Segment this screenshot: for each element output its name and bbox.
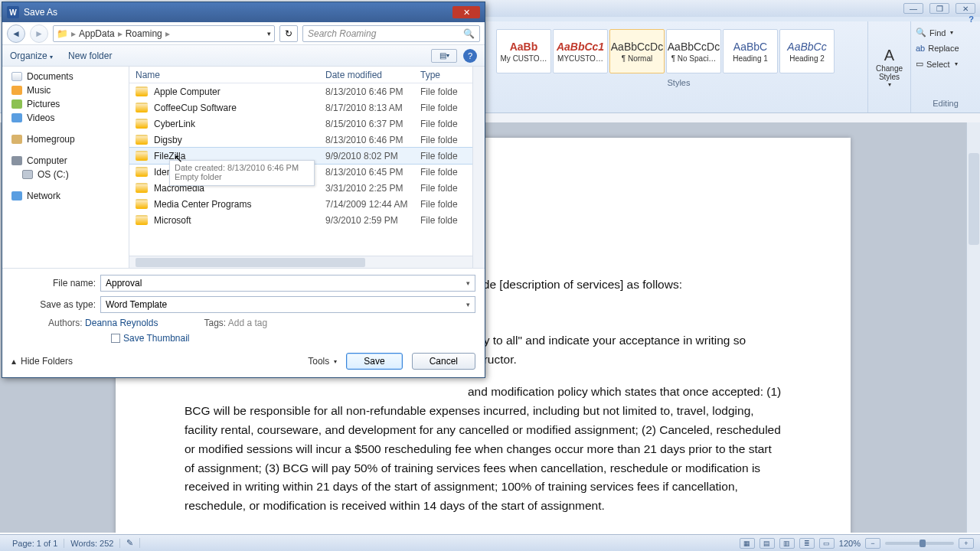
web-view[interactable]: ▥ (779, 538, 795, 549)
tags-value[interactable]: Add a tag (228, 318, 267, 328)
folder-icon (136, 119, 148, 129)
select-button[interactable]: ▭Select▾ (914, 57, 977, 70)
zoom-slider[interactable] (885, 542, 954, 545)
zoom-out[interactable]: − (865, 538, 880, 549)
restore-button[interactable]: ❐ (929, 3, 949, 14)
back-button[interactable]: ◄ (7, 24, 25, 43)
videos-icon (11, 113, 22, 122)
file-row[interactable]: Digsby8/13/2010 6:46 PMFile folde (129, 132, 472, 148)
dialog-bottom: File name: Approval▾ Save as type: Word … (2, 268, 485, 377)
drive-icon (22, 170, 33, 179)
forward-button[interactable]: ► (30, 24, 48, 43)
vertical-scrollbar[interactable] (966, 122, 980, 533)
chevron-up-icon: ▴ (11, 356, 16, 367)
proofing-icon[interactable]: ✎ (120, 538, 140, 548)
network-icon (11, 191, 22, 201)
word-count[interactable]: Words: 252 (64, 539, 120, 548)
filename-field[interactable]: Approval▾ (100, 275, 475, 292)
file-row[interactable]: CoffeeCup Software8/17/2010 8:13 AMFile … (129, 99, 472, 116)
folder-icon (136, 199, 148, 209)
replace-button[interactable]: abReplace (914, 42, 977, 54)
folder-icon (136, 167, 148, 177)
cancel-button[interactable]: Cancel (412, 353, 475, 370)
tree-documents[interactable]: Documents (11, 70, 129, 83)
save-button[interactable]: Save (346, 353, 402, 370)
organize-menu[interactable]: Organize ▾ (10, 51, 53, 61)
view-mode-button[interactable]: ▤ ▾ (431, 49, 457, 63)
file-row[interactable]: Media Center Programs7/14/2009 12:44 AMF… (129, 196, 472, 212)
page-indicator[interactable]: Page: 1 of 1 (6, 539, 64, 548)
style--normal[interactable]: AaBbCcDc¶ Normal (609, 29, 665, 73)
save-thumbnail-checkbox[interactable] (111, 334, 120, 343)
search-icon: 🔍 (916, 28, 926, 37)
status-bar: Page: 1 of 1 Words: 252 ✎ ▦ ▤ ▥ ≣ ▭ 120%… (0, 534, 980, 551)
saveastype-field[interactable]: Word Template▾ (100, 296, 475, 313)
tree-videos[interactable]: Videos (11, 111, 129, 125)
doc-paragraph: and modification policy which states tha… (185, 383, 782, 516)
find-button[interactable]: 🔍Find▾ (914, 26, 977, 39)
search-icon: 🔍 (463, 28, 475, 39)
tree-homegroup[interactable]: Homegroup (11, 132, 129, 146)
select-icon: ▭ (916, 59, 923, 69)
authors-label: Authors: (48, 318, 83, 328)
refresh-button[interactable]: ↻ (279, 25, 298, 42)
file-vertical-scrollbar[interactable] (472, 67, 485, 268)
close-button[interactable]: ✕ (956, 3, 975, 14)
file-row[interactable]: CyberLink8/15/2010 6:37 PMFile folde (129, 116, 472, 132)
folder-tooltip: Date created: 8/13/2010 6:46 PM Empty fo… (169, 160, 315, 186)
editing-group: 🔍Find▾ abReplace ▭Select▾ Editing (911, 21, 980, 112)
tree-network[interactable]: Network (11, 189, 129, 203)
tree-music[interactable]: Music (11, 83, 129, 97)
tree-pictures[interactable]: Pictures (11, 97, 129, 111)
save-thumbnail-label[interactable]: Save Thumbnail (123, 333, 190, 344)
folder-icon (136, 183, 148, 193)
dialog-toolbar: Organize ▾ New folder ▤ ▾ ? (2, 45, 485, 67)
close-icon[interactable]: ✕ (452, 6, 480, 18)
style-mycusto-[interactable]: AaBbCc1MYCUSTO… (553, 29, 608, 73)
dialog-title: Save As (24, 7, 57, 18)
nav-tree[interactable]: Documents Music Pictures Videos Homegrou… (2, 67, 129, 268)
search-input[interactable]: Search Roaming 🔍 (302, 25, 480, 42)
change-styles-button[interactable]: A Change Styles ▾ (868, 21, 911, 112)
folder-icon (136, 215, 148, 225)
folder-icon (136, 151, 148, 161)
saveastype-label: Save as type: (11, 299, 96, 310)
homegroup-icon (11, 135, 22, 144)
folder-icon (136, 135, 148, 145)
hide-folders-button[interactable]: ▴ Hide Folders (11, 356, 73, 367)
help-icon[interactable]: ? (463, 49, 477, 63)
draft-view[interactable]: ▭ (819, 538, 835, 549)
style-heading-2[interactable]: AaBbCcHeading 2 (779, 29, 835, 73)
tags-label: Tags: (204, 318, 226, 328)
fullscreen-view[interactable]: ▤ (760, 538, 775, 549)
style--no-spaci-[interactable]: AaBbCcDc¶ No Spaci… (666, 29, 721, 73)
new-folder-button[interactable]: New folder (68, 51, 112, 61)
styles-group-label: Styles (490, 77, 867, 89)
save-as-dialog: W Save As ✕ ◄ ► 📁 ▸ AppData ▸ Roaming ▸ … (2, 2, 485, 378)
style-my-custo-[interactable]: AaBbMy CUSTO… (496, 29, 551, 73)
minimize-button[interactable]: — (903, 3, 923, 14)
authors-value[interactable]: Deanna Reynolds (85, 318, 158, 328)
doc-line: eply to all" and indicate your acceptanc… (468, 331, 782, 350)
file-row[interactable]: Apple Computer8/13/2010 6:46 PMFile fold… (129, 83, 472, 99)
word-icon: W (7, 6, 19, 18)
outline-view[interactable]: ≣ (799, 538, 815, 549)
tree-os-drive[interactable]: OS (C:) (11, 168, 129, 181)
zoom-in[interactable]: + (959, 538, 974, 549)
column-headers[interactable]: Name Date modified Type (129, 67, 472, 83)
breadcrumb[interactable]: 📁 ▸ AppData ▸ Roaming ▸ ▾ (53, 25, 275, 42)
tree-computer[interactable]: Computer (11, 154, 129, 168)
horizontal-scrollbar[interactable] (129, 256, 472, 268)
music-icon (11, 86, 22, 95)
folder-icon: 📁 (57, 28, 68, 39)
zoom-level[interactable]: 120% (839, 539, 861, 548)
print-layout-view[interactable]: ▦ (740, 538, 755, 549)
dialog-titlebar[interactable]: W Save As ✕ (2, 2, 485, 22)
doc-line: ovide [description of services] as follo… (468, 276, 782, 295)
replace-icon: ab (916, 44, 925, 53)
folder-icon (136, 103, 148, 112)
file-list: Name Date modified Type Apple Computer8/… (129, 67, 472, 268)
file-row[interactable]: Microsoft9/3/2010 2:59 PMFile folde (129, 212, 472, 228)
tools-menu[interactable]: Tools▾ (308, 356, 337, 367)
style-heading-1[interactable]: AaBbCHeading 1 (723, 29, 778, 73)
